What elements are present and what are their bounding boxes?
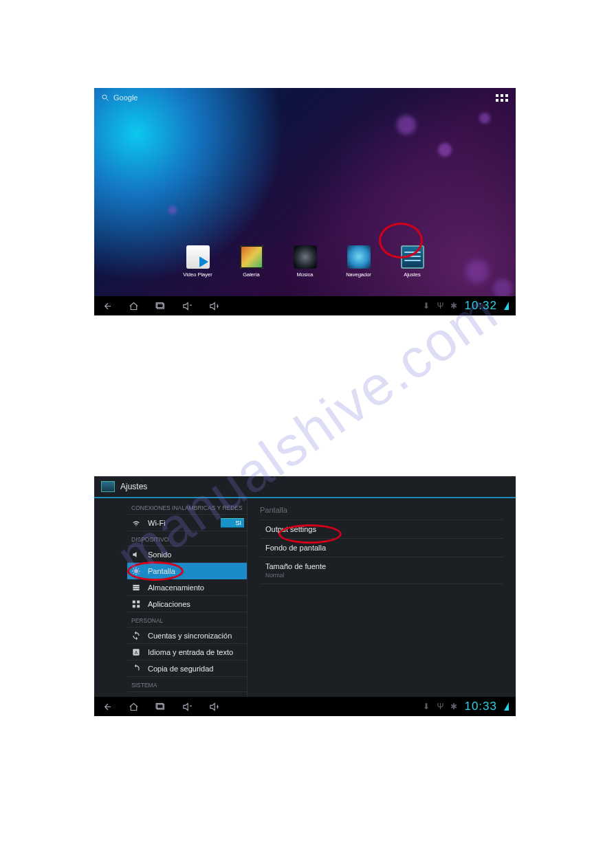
usb-icon: Ψ [437, 301, 443, 311]
sidebar-item-cuentas[interactable]: Cuentas y sincronización [127, 627, 247, 644]
vol-down-icon[interactable] [182, 701, 193, 713]
app-label: Navegador [342, 271, 375, 278]
clock-time: 10:33 [464, 700, 497, 713]
app-label: Galería [235, 271, 268, 278]
settings-header-icon [101, 481, 115, 492]
category-system: SISTEMA [127, 677, 247, 692]
sidebar-item-sonido[interactable]: Sonido [127, 546, 247, 563]
svg-rect-5 [133, 584, 139, 586]
home-top-bar: Google [94, 88, 516, 107]
vol-up-icon[interactable] [208, 300, 220, 312]
download-icon: ⬇ [423, 702, 430, 711]
sidebar-item-label: Almacenamiento [148, 583, 204, 592]
sidebar-item-aplicaciones[interactable]: Aplicaciones [127, 596, 247, 612]
sidebar-item-label: Aplicaciones [148, 600, 190, 608]
sidebar-item-label: Copia de seguridad [148, 665, 213, 673]
row-tamano-fuente[interactable]: Tamaño de fuente Normal [260, 557, 503, 584]
svg-point-0 [102, 95, 107, 99]
screenshot-settings: Ajustes CONEXIONES INALÁMBRICAS Y REDES … [94, 476, 516, 716]
settings-title: Ajustes [120, 482, 147, 491]
highlight-circle-ajustes [379, 223, 423, 258]
highlight-circle-pantalla [127, 561, 184, 581]
svg-rect-7 [133, 588, 139, 590]
settings-window: Ajustes CONEXIONES INALÁMBRICAS Y REDES … [94, 476, 516, 716]
vol-down-icon[interactable] [182, 300, 193, 312]
svg-text:A: A [135, 649, 138, 654]
apps-icon [131, 599, 141, 609]
debug-icon: ✱ [450, 702, 457, 711]
row-label: Tamaño de fuente [265, 562, 498, 570]
sidebar-item-almacenamiento[interactable]: Almacenamiento [127, 579, 247, 596]
sync-icon [131, 631, 141, 641]
home-icon[interactable] [128, 701, 140, 713]
main-title: Pantalla [260, 500, 503, 520]
storage-icon [131, 583, 141, 592]
app-label: Música [289, 271, 322, 278]
search-label: Google [113, 93, 138, 102]
recent-icon[interactable] [155, 701, 166, 713]
highlight-circle-output [278, 524, 342, 544]
bokeh-dot [438, 143, 452, 157]
browser-icon [347, 245, 371, 269]
bokeh-dot [168, 206, 177, 214]
search-icon [101, 93, 109, 102]
category-personal: PERSONAL [127, 612, 247, 627]
home-dock: Video Player Galería Música Navegador Aj… [94, 245, 516, 278]
app-label: Video Player [182, 271, 215, 278]
sidebar-item-label: Wi-Fi [148, 519, 166, 527]
wifi-toggle[interactable]: SI [221, 518, 244, 528]
back-icon[interactable] [101, 300, 113, 312]
clock-time: 10:32 [464, 299, 497, 313]
svg-line-1 [107, 99, 109, 101]
home-icon[interactable] [128, 300, 140, 312]
vol-up-icon[interactable] [208, 701, 220, 713]
sidebar-item-label: Sonido [148, 550, 171, 559]
wallpaper [94, 88, 516, 315]
language-icon: A [131, 647, 141, 657]
sidebar-item-idioma[interactable]: A Idioma y entrada de texto [127, 644, 247, 660]
all-apps-button[interactable] [495, 91, 509, 104]
nav-bar: ⬇ Ψ ✱ 10:32 [94, 296, 516, 315]
row-sublabel: Normal [265, 572, 498, 579]
sidebar-item-wifi[interactable]: Wi-Fi SI [127, 515, 247, 531]
row-label: Fondo de pantalla [265, 544, 326, 552]
settings-sidebar: CONEXIONES INALÁMBRICAS Y REDES Wi-Fi SI… [94, 500, 247, 697]
back-icon[interactable] [101, 701, 113, 713]
category-device: DISPOSITIVO [127, 531, 247, 546]
backup-icon [131, 664, 141, 674]
category-connections: CONEXIONES INALÁMBRICAS Y REDES [127, 500, 247, 515]
recent-icon[interactable] [155, 300, 166, 312]
app-label: Ajustes [396, 271, 429, 278]
sound-icon [131, 550, 141, 559]
app-musica[interactable]: Música [289, 245, 322, 278]
bokeh-dot [493, 279, 512, 298]
download-icon: ⬇ [423, 301, 430, 311]
settings-header: Ajustes [94, 476, 516, 498]
google-search[interactable]: Google [101, 93, 138, 102]
bokeh-dot [479, 113, 490, 124]
signal-icon [504, 702, 509, 711]
video-player-icon [186, 245, 210, 269]
bokeh-dot [397, 115, 416, 135]
app-galeria[interactable]: Galería [235, 245, 268, 278]
sidebar-item-label: Idioma y entrada de texto [148, 648, 233, 656]
gallery-icon [240, 245, 263, 269]
svg-rect-10 [133, 605, 135, 608]
usb-icon: Ψ [437, 702, 443, 711]
screenshot-home: Google Video Player Galería Música Naveg… [94, 88, 516, 315]
wifi-icon [131, 518, 141, 528]
svg-rect-11 [137, 605, 140, 608]
debug-icon: ✱ [450, 301, 457, 311]
sidebar-item-fecha[interactable]: Fecha y hora [127, 692, 247, 697]
nav-bar-settings: ⬇ Ψ ✱ 10:33 [94, 697, 516, 716]
svg-rect-6 [133, 586, 139, 588]
app-video-player[interactable]: Video Player [182, 245, 215, 278]
svg-rect-8 [133, 600, 135, 603]
sidebar-item-copia[interactable]: Copia de seguridad [127, 660, 247, 677]
music-icon [294, 245, 317, 269]
signal-icon [504, 302, 509, 310]
sidebar-item-label: Cuentas y sincronización [148, 632, 232, 640]
app-navegador[interactable]: Navegador [342, 245, 375, 278]
svg-rect-9 [137, 600, 140, 603]
